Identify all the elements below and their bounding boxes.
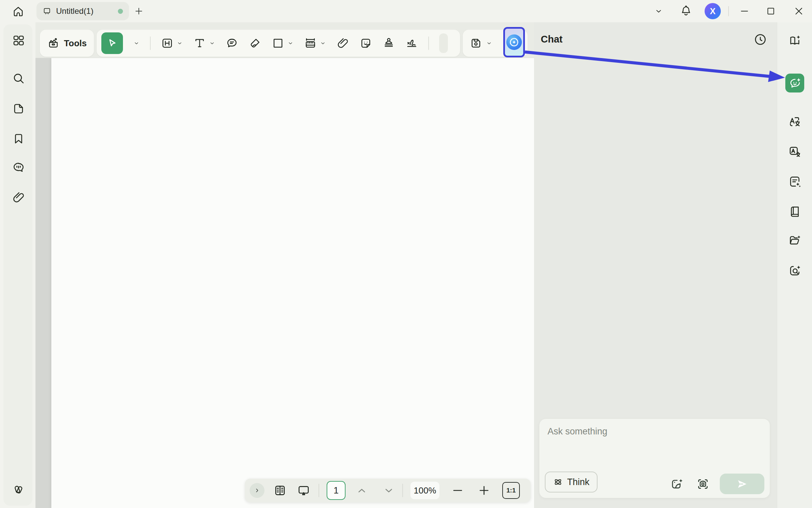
think-toggle-button[interactable]: Think: [545, 472, 598, 492]
toolbar-divider: [428, 36, 429, 50]
search-sparkle-icon: [788, 264, 802, 277]
avatar: X: [705, 3, 721, 19]
sidebar-item-attachments[interactable]: [12, 191, 25, 204]
save-icon[interactable]: [470, 37, 482, 50]
chat-input-card[interactable]: Ask something Think: [539, 419, 770, 498]
home-button[interactable]: [11, 4, 26, 19]
next-page-icon[interactable]: [382, 484, 396, 497]
ai-assistant-button-highlighted[interactable]: [503, 27, 525, 57]
titlebar-chevron-button[interactable]: [654, 0, 663, 22]
notifications-button[interactable]: [680, 0, 692, 22]
ai-chat-button-active[interactable]: [785, 74, 804, 92]
chat-panel-title: Chat: [541, 34, 562, 45]
book-icon: [788, 205, 802, 218]
bookmark-icon: [12, 132, 25, 145]
ai-summary-button[interactable]: [788, 175, 802, 188]
expand-toolbar-button[interactable]: [250, 483, 264, 498]
chevron-down-icon: [654, 6, 663, 16]
paperclip-icon: [12, 191, 25, 204]
sidebar-item-apps[interactable]: [12, 34, 25, 47]
account-button[interactable]: X: [705, 0, 721, 22]
previous-page-icon[interactable]: [355, 484, 369, 497]
measure-chevron-icon[interactable]: [320, 40, 326, 47]
measure-tool-icon[interactable]: [304, 37, 317, 50]
comment-tool-icon[interactable]: [226, 37, 238, 50]
sidebar-item-comments[interactable]: [12, 161, 25, 174]
document-tab[interactable]: Untitled(1): [36, 2, 129, 20]
select-tool-button[interactable]: [101, 32, 123, 54]
sidebar-item-bookmarks[interactable]: [12, 132, 25, 145]
page-number-input[interactable]: 1: [327, 481, 346, 500]
ai-search-button[interactable]: [788, 264, 802, 277]
close-button[interactable]: [793, 0, 804, 22]
bottom-bar-divider: [402, 484, 403, 497]
chat-panel: Chat Ask something Think: [534, 22, 777, 508]
save-chevron-icon[interactable]: [486, 40, 492, 47]
zoom-out-icon[interactable]: [451, 484, 464, 497]
heading-tool-icon[interactable]: [161, 37, 174, 50]
sidebar-item-pages[interactable]: [12, 102, 25, 115]
presentation-icon[interactable]: [297, 484, 310, 497]
document-page[interactable]: [51, 58, 534, 508]
ai-sidebar: [777, 22, 812, 508]
ai-swirl-icon: [508, 36, 521, 49]
tools-button[interactable]: Tools: [40, 30, 94, 57]
minimize-button[interactable]: [739, 0, 750, 22]
plus-icon: [134, 6, 144, 16]
reader-book-button[interactable]: [788, 205, 802, 218]
home-icon: [12, 5, 25, 18]
stamp-tool-icon[interactable]: [382, 37, 395, 50]
maximize-button[interactable]: [766, 0, 776, 22]
shape-tool-icon[interactable]: [272, 37, 284, 50]
thumbnail-panel-icon[interactable]: [273, 484, 287, 497]
shape-chevron-icon[interactable]: [287, 40, 294, 47]
comments-icon: [12, 161, 25, 174]
signature-tool-icon[interactable]: [405, 37, 418, 50]
heading-chevron-icon[interactable]: [176, 40, 183, 47]
sticker-tool-icon[interactable]: [359, 37, 372, 50]
cursor-icon: [106, 37, 118, 49]
new-tab-button[interactable]: [134, 6, 144, 16]
highlighter-tool-icon[interactable]: [249, 37, 261, 50]
text-chevron-icon[interactable]: [209, 40, 215, 47]
ai-translate-page-button[interactable]: [788, 145, 802, 159]
search-icon: [12, 72, 25, 85]
actual-size-button[interactable]: 1:1: [502, 482, 520, 499]
toolbox-icon: [47, 37, 60, 50]
atom-icon: [553, 477, 563, 487]
titlebar-separator: [728, 0, 729, 22]
ai-logo: [506, 34, 522, 50]
attachment-tool-icon[interactable]: [336, 37, 349, 50]
page-icon: [12, 102, 25, 115]
tab-title: Untitled(1): [56, 6, 113, 16]
chat-sparkle-icon: [788, 76, 802, 90]
camera-icon: [696, 477, 710, 491]
text-tool-icon[interactable]: [193, 37, 206, 50]
chat-input-placeholder: Ask something: [548, 426, 607, 437]
toolbar-overflow-pill[interactable]: [439, 33, 448, 53]
bottom-bar-divider: [319, 484, 319, 497]
page-navigation-bar: 1 100% 1:1: [245, 479, 531, 502]
apps-grid-icon: [12, 34, 25, 47]
sidebar-item-themes[interactable]: [12, 482, 25, 496]
toolbar-divider: [150, 36, 151, 50]
zoom-in-icon[interactable]: [477, 484, 491, 497]
send-button[interactable]: [720, 474, 764, 494]
title-bar: Untitled(1) X: [0, 0, 812, 22]
chat-history-button[interactable]: [753, 32, 767, 47]
chevron-right-icon: [253, 487, 261, 494]
ai-translate-button[interactable]: [788, 115, 802, 128]
image-generate-button[interactable]: [670, 477, 684, 491]
ai-files-button[interactable]: [788, 234, 802, 247]
ai-read-button[interactable]: [788, 34, 802, 48]
select-tool-chevron-icon[interactable]: [133, 40, 140, 47]
close-icon: [793, 6, 804, 17]
maximize-icon: [766, 6, 776, 16]
zoom-level-display[interactable]: 100%: [410, 482, 439, 499]
translate-icon: [788, 115, 802, 128]
sidebar-item-search[interactable]: [12, 72, 25, 85]
unsaved-dot: [118, 9, 123, 14]
clock-icon: [753, 32, 767, 47]
screenshot-button[interactable]: [696, 477, 710, 491]
tools-label: Tools: [64, 38, 86, 49]
